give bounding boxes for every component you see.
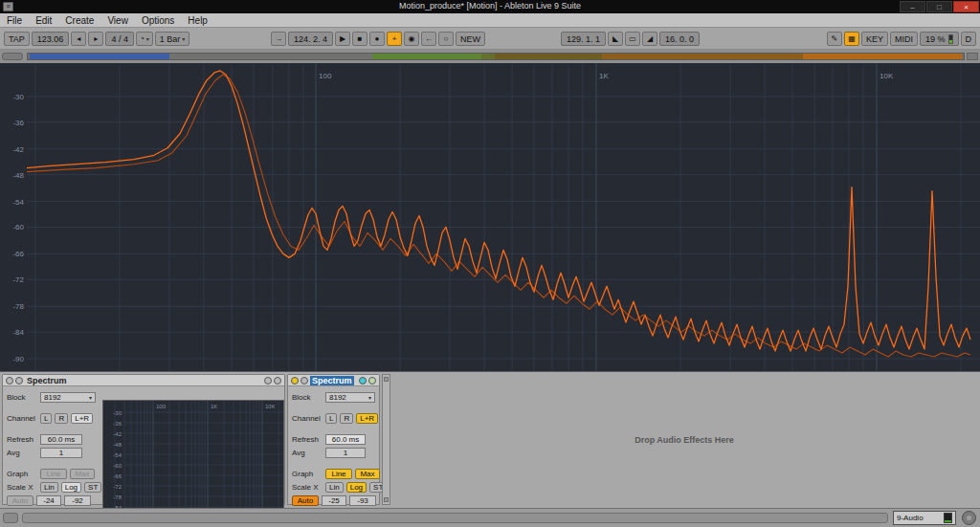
- strip-bottom-button[interactable]: [384, 497, 389, 502]
- save-preset-icon[interactable]: [274, 377, 281, 384]
- device-power-icon[interactable]: [291, 377, 299, 384]
- device-spectrum-2[interactable]: Spectrum Block 8192 ▾ Channel L R L+R Re…: [287, 374, 380, 505]
- follow-button[interactable]: →: [271, 32, 286, 46]
- arrangement-overview-track[interactable]: [27, 53, 965, 60]
- strip-top-button[interactable]: [384, 377, 389, 382]
- arrangement-overview: [0, 50, 980, 63]
- menu-create[interactable]: Create: [58, 15, 100, 26]
- range-low-value[interactable]: -92: [64, 495, 91, 506]
- track-status-box[interactable]: 9-Audio: [893, 511, 956, 525]
- channel-right-button[interactable]: R: [340, 413, 353, 424]
- graph-label: Graph: [7, 470, 37, 478]
- nudge-down-icon[interactable]: ◂: [71, 32, 86, 46]
- spectrum-main-display: -30-36-42-48-54-60-66-72-78-84-901001K10…: [0, 63, 980, 372]
- hot-swap-icon[interactable]: [264, 377, 272, 384]
- scalex-log-button[interactable]: Log: [346, 482, 367, 493]
- auto-button[interactable]: Auto: [7, 495, 33, 506]
- spectrum-analyzer-graph[interactable]: -30-36-42-48-54-60-66-72-78-84-901001K10…: [0, 63, 980, 371]
- key-map-button[interactable]: KEY: [861, 32, 888, 46]
- scalex-st-button[interactable]: ST: [84, 482, 101, 493]
- refresh-value[interactable]: 60.0 ms: [40, 434, 82, 445]
- avg-value[interactable]: 1: [325, 448, 366, 458]
- refresh-value[interactable]: 60.0 ms: [325, 434, 366, 445]
- punch-in-button[interactable]: ◣: [608, 32, 623, 46]
- graph-line-button[interactable]: Line: [325, 469, 352, 479]
- graph-max-button[interactable]: Max: [70, 469, 95, 479]
- menu-options[interactable]: Options: [135, 15, 181, 26]
- device-title-bar[interactable]: Spectrum: [288, 375, 379, 386]
- channel-right-button[interactable]: R: [55, 413, 68, 424]
- channel-left-button[interactable]: L: [40, 413, 52, 424]
- punch-out-button[interactable]: ◢: [642, 32, 657, 46]
- maximize-button[interactable]: □: [926, 1, 952, 12]
- scalex-lin-button[interactable]: Lin: [325, 482, 344, 493]
- graph-line-button[interactable]: Line: [40, 469, 67, 479]
- automation-arm-button[interactable]: ◉: [404, 32, 419, 46]
- device-view-spacer: [382, 374, 390, 505]
- svg-text:-42: -42: [113, 431, 122, 437]
- tempo-display[interactable]: 123.06: [32, 32, 70, 46]
- computer-midi-keyboard-button[interactable]: ▦: [844, 32, 859, 46]
- stop-button[interactable]: ■: [352, 32, 368, 46]
- draw-mode-button[interactable]: ✎: [827, 32, 842, 46]
- quantization-menu[interactable]: 1 Bar ▾: [155, 32, 190, 46]
- menu-view[interactable]: View: [100, 15, 135, 26]
- metronome-button[interactable]: ◔ ▾: [136, 32, 153, 46]
- close-button[interactable]: ×: [953, 1, 979, 12]
- avg-label: Avg: [7, 449, 37, 457]
- block-dropdown[interactable]: 8192 ▾: [325, 392, 375, 403]
- channel-left-button[interactable]: L: [325, 413, 337, 424]
- overview-segment: [30, 54, 169, 59]
- device-spectrum-1[interactable]: Spectrum Block 8192 ▾ Channel L R L+R Re…: [2, 374, 285, 505]
- range-low-value[interactable]: -93: [349, 495, 376, 506]
- display-expand-icon[interactable]: [359, 377, 367, 384]
- device-fold-icon[interactable]: [301, 377, 308, 384]
- audio-effects-drop-zone[interactable]: Drop Audio Effects Here: [392, 374, 976, 505]
- menu-help[interactable]: Help: [181, 15, 214, 26]
- back-to-arrangement-button[interactable]: ←: [421, 32, 436, 46]
- arrangement-position-display[interactable]: 124. 2. 4: [288, 32, 333, 46]
- device-title: Spectrum: [25, 376, 69, 385]
- overdub-button[interactable]: +: [387, 32, 402, 46]
- minimize-button[interactable]: –: [900, 1, 925, 12]
- loop-length-display[interactable]: 16. 0. 0: [659, 32, 700, 46]
- time-signature-display[interactable]: 4 / 4: [105, 32, 134, 46]
- new-button[interactable]: NEW: [456, 32, 485, 46]
- record-button[interactable]: ●: [369, 32, 385, 46]
- status-bar: 9-Audio: [0, 508, 980, 527]
- nudge-up-icon[interactable]: ▸: [88, 32, 103, 46]
- svg-text:100: 100: [319, 72, 332, 80]
- device-scroll-track[interactable]: [22, 513, 888, 523]
- range-high-value[interactable]: -25: [322, 495, 346, 506]
- channel-lr-button[interactable]: L+R: [356, 413, 378, 424]
- scalex-lin-button[interactable]: Lin: [40, 482, 58, 493]
- device-power-icon[interactable]: [6, 377, 13, 384]
- play-button[interactable]: ▶: [335, 32, 350, 46]
- device-title-bar[interactable]: Spectrum: [3, 375, 284, 386]
- menu-edit[interactable]: Edit: [29, 15, 58, 26]
- menu-file[interactable]: File: [0, 15, 29, 26]
- device-fold-icon[interactable]: [15, 377, 23, 384]
- scalex-log-button[interactable]: Log: [61, 482, 81, 493]
- loop-button[interactable]: ▭: [625, 32, 640, 46]
- hot-swap-icon[interactable]: [368, 377, 376, 384]
- tap-tempo-button[interactable]: TAP: [4, 32, 30, 46]
- mini-spectrum-graph[interactable]: -30-36-42-48-54-60-66-72-78-841001K10K: [103, 401, 283, 517]
- loop-start-display[interactable]: 129. 1. 1: [561, 32, 606, 46]
- block-dropdown[interactable]: 8192 ▾: [40, 392, 96, 403]
- overview-segment: [481, 54, 495, 59]
- overview-right-button[interactable]: [967, 53, 978, 60]
- session-record-button[interactable]: ○: [438, 32, 454, 46]
- svg-text:-48: -48: [113, 442, 122, 448]
- auto-button[interactable]: Auto: [292, 495, 319, 506]
- range-high-value[interactable]: -24: [36, 495, 61, 506]
- scalex-label: Scale X: [292, 483, 323, 492]
- avg-value[interactable]: 1: [40, 448, 82, 458]
- midi-map-button[interactable]: MIDI: [890, 32, 918, 46]
- channel-label: Channel: [7, 414, 37, 423]
- channel-lr-button[interactable]: L+R: [71, 413, 93, 424]
- refresh-label: Refresh: [292, 435, 323, 444]
- preview-circle-button[interactable]: [962, 511, 976, 525]
- graph-max-button[interactable]: Max: [355, 469, 380, 479]
- graph-label: Graph: [292, 470, 323, 478]
